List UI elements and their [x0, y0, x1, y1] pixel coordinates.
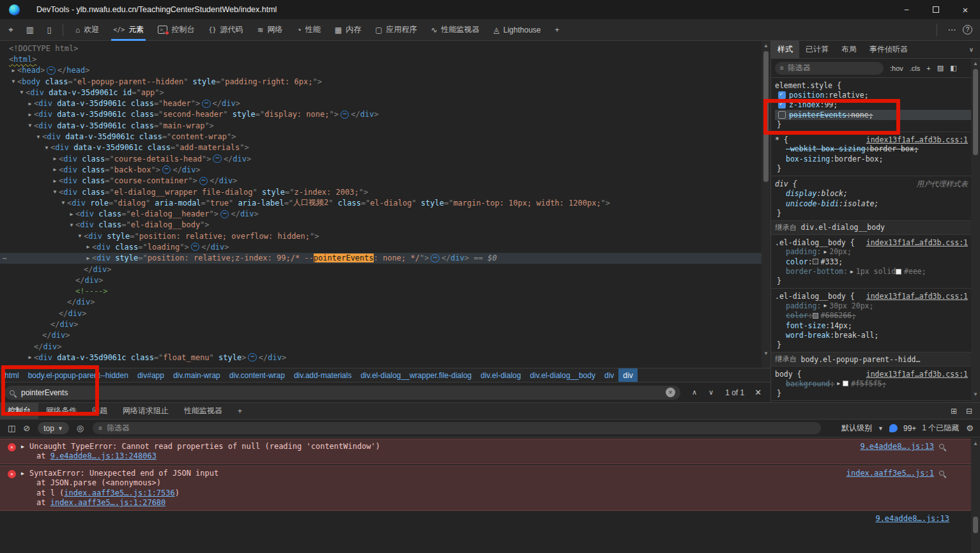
console-sidebar-icon[interactable]: ◫ [8, 423, 15, 433]
color-swatch[interactable] [896, 269, 901, 275]
tab-已计算[interactable]: 已计算 [799, 41, 835, 59]
breadcrumb-item[interactable]: div.main-wrap [169, 368, 225, 383]
dom-tree-row[interactable]: </div> [0, 275, 762, 285]
expand-arrow-icon[interactable]: ▼ [18, 89, 26, 95]
css-property[interactable]: word-break: break-all; [775, 331, 972, 341]
breadcrumb-item[interactable]: div.el-dialog__body [525, 368, 600, 383]
rule-selector[interactable]: element.style { [775, 81, 841, 90]
inspect-icon[interactable]: ⌖ [3, 22, 19, 38]
dom-tree-row[interactable]: ▶<head>⋯</head> [0, 65, 762, 76]
magnifier-icon[interactable] [939, 444, 944, 449]
expand-arrow-icon[interactable]: ▶ [51, 178, 59, 184]
tab-欢迎[interactable]: ⌂欢迎 [68, 19, 106, 41]
inherited-target[interactable]: body.el-popup-parent--hidd… [801, 355, 921, 364]
styles-scrollbar-thumb[interactable] [973, 69, 978, 155]
tab-源代码[interactable]: {}源代码 [201, 19, 250, 41]
expand-arrow-icon[interactable]: ▼ [43, 145, 50, 151]
breadcrumb-item[interactable]: div.el-dialog__wrapper.file-dialog [356, 368, 476, 383]
css-property[interactable]: border-bottom: ▶1px solid #eee; [775, 267, 972, 277]
source-link[interactable]: index.aaff3e5….js:1 [846, 469, 934, 478]
console-scrollbar-thumb[interactable] [973, 517, 978, 533]
css-property[interactable]: padding: ▶20px; [775, 247, 972, 257]
inline-expand-icon[interactable]: ⋯ [248, 353, 256, 361]
toggle-hover-button[interactable]: :hov [890, 64, 903, 72]
stack-link[interactable]: index.aaff3e5….js:1:7536 [64, 489, 174, 497]
more-menu-icon[interactable]: ⋯ [944, 22, 960, 38]
styles-filter-input[interactable]: ≡ 筛选器 [775, 62, 884, 75]
tab-元素[interactable]: </>元素 [106, 19, 151, 41]
stack-link[interactable]: index.aaff3e5….js:1:27680 [50, 498, 166, 507]
drawer-tab-网络请求阻止[interactable]: 网络请求阻止 [115, 403, 176, 420]
dom-tree-row[interactable]: ▶<div class="back-box">⋯</div> [0, 164, 762, 175]
maximize-button[interactable] [921, 0, 951, 19]
add-tab-button[interactable]: + [548, 19, 567, 41]
inline-expand-icon[interactable]: ⋯ [191, 243, 199, 251]
css-property[interactable]: -webkit-box-sizing: border-box; [775, 144, 972, 155]
color-swatch[interactable] [843, 381, 848, 386]
dom-tree-row[interactable]: ▶<div data-v-35d9061c class="header">⋯</… [0, 98, 762, 109]
dom-tree-row[interactable]: </div> [0, 308, 762, 319]
inline-expand-icon[interactable]: ⋯ [202, 100, 210, 108]
css-property[interactable]: padding: ▶30px 20px; [775, 301, 972, 311]
dom-tree-row[interactable]: <!----> [0, 286, 762, 297]
next-match-button[interactable]: ∨ [708, 388, 714, 397]
styles-scroll-down-button[interactable]: ▼ [971, 390, 980, 398]
previous-match-button[interactable]: ∧ [692, 388, 697, 397]
undock-icon[interactable]: ⊞ [951, 407, 957, 416]
inline-expand-icon[interactable]: ⋯ [199, 177, 208, 185]
tab-性能[interactable]: ◔性能 [290, 19, 328, 41]
dom-tree-row[interactable]: ▶<div class="loading">⋯</div> [0, 241, 762, 252]
new-style-rule-button[interactable]: + [926, 64, 930, 72]
console-scrollbar[interactable]: ▲ [971, 439, 980, 553]
breadcrumb-item[interactable]: div.add-materials [289, 368, 356, 383]
inline-expand-icon[interactable]: ⋯ [341, 110, 349, 119]
css-property[interactable]: display: block; [775, 189, 972, 199]
expand-value-icon[interactable]: ▶ [850, 269, 854, 275]
expand-error-icon[interactable]: ▶ [21, 471, 24, 476]
rule-selector[interactable]: div { [775, 179, 797, 188]
minimize-button[interactable]: – [892, 0, 921, 19]
issues-bubble-icon[interactable] [889, 424, 898, 432]
scroll-down-button[interactable]: ▼ [762, 349, 770, 358]
expand-arrow-icon[interactable]: ▶ [26, 101, 34, 107]
property-checkbox[interactable] [778, 91, 786, 99]
clear-search-icon[interactable]: × [666, 388, 675, 397]
dom-tree-row[interactable]: ▼<div class="el-dialog__wrapper file-dia… [0, 186, 762, 197]
dom-tree-row[interactable]: </div> [0, 264, 762, 275]
color-swatch[interactable] [813, 259, 818, 264]
expand-arrow-icon[interactable]: ▶ [84, 244, 92, 250]
close-button[interactable]: × [951, 0, 980, 19]
expand-value-icon[interactable]: ▶ [823, 249, 827, 255]
inline-expand-icon[interactable]: ⋯ [431, 254, 439, 262]
issues-count[interactable]: 99+ [903, 424, 916, 433]
stack-link[interactable]: 9.e4adde8….js:13:248063 [50, 451, 157, 460]
dom-tree-row[interactable]: ▶<div class="course-details-head">⋯</div… [0, 153, 762, 164]
dom-tree-row[interactable]: ▼<div data-v-35d9061c class="add-materia… [0, 142, 762, 153]
dom-tree-row[interactable]: ▶<div class="course-container">⋯</div> [0, 176, 762, 186]
color-swatch[interactable] [813, 313, 818, 319]
dom-tree-row[interactable]: ▼<div role="dialog" aria-modal="true" ar… [0, 197, 762, 208]
expand-arrow-icon[interactable]: ▼ [59, 200, 67, 206]
css-property[interactable]: color: #606266; [775, 311, 972, 321]
tab-网络[interactable]: ≋网络 [250, 19, 289, 41]
drawer-add-tab-button[interactable]: + [230, 403, 250, 420]
dom-tree-row[interactable]: </div> [0, 319, 762, 330]
rule-selector[interactable]: body { [775, 370, 802, 379]
dom-tree-row[interactable]: ⋯▶<div style="position: relative;z-index… [0, 253, 762, 264]
expand-arrow-icon[interactable]: ▶ [51, 167, 59, 172]
stylesheet-link[interactable]: index13f1af…afd3b.css:1 [866, 292, 968, 301]
tab-事件侦听器[interactable]: 事件侦听器 [863, 41, 914, 59]
breadcrumb-item[interactable]: div.el-dialog [476, 368, 525, 383]
close-search-button[interactable]: ✕ [754, 388, 762, 397]
styles-scroll-up-button[interactable]: ▲ [971, 59, 980, 68]
css-property[interactable]: unicode-bidi: isolate; [775, 199, 972, 209]
breadcrumb-item[interactable]: div [618, 368, 637, 383]
tab-内存[interactable]: ▦内存 [328, 19, 368, 41]
breadcrumb-item[interactable]: div [600, 368, 618, 383]
source-link[interactable]: 9.e4adde8….js:13 [875, 514, 949, 523]
inherited-target[interactable]: div.el-dialog__body [801, 223, 885, 232]
dom-tree-row[interactable]: ▶<div class="el-dialog__header">⋯</div> [0, 208, 762, 219]
tab-Lighthouse[interactable]: ◬Lighthouse [487, 19, 548, 41]
expand-arrow-icon[interactable]: ▼ [68, 222, 75, 228]
inline-expand-icon[interactable]: ⋯ [213, 155, 221, 163]
